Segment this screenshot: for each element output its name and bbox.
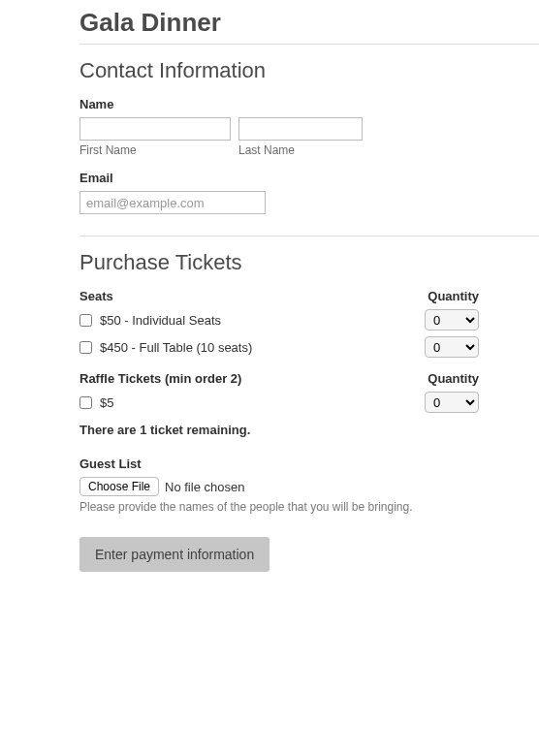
seat-row: $450 - Full Table (10 seats) 0 — [79, 336, 479, 358]
tickets-remaining: There are 1 ticket remaining. — [79, 423, 539, 437]
raffle-row: $5 0 — [79, 392, 479, 413]
file-status: No file chosen — [165, 480, 244, 494]
name-label: Name — [79, 97, 539, 111]
seat-qty-0[interactable]: 0 — [425, 309, 479, 331]
last-name-input[interactable] — [238, 117, 363, 141]
seat-checkbox-0[interactable] — [79, 314, 92, 327]
quantity-label: Quantity — [428, 371, 479, 386]
email-label: Email — [79, 171, 539, 185]
raffle-qty-0[interactable]: 0 — [425, 392, 479, 413]
seat-label-0: $50 - Individual Seats — [100, 313, 221, 328]
raffle-checkbox-0[interactable] — [79, 396, 92, 409]
enter-payment-button[interactable]: Enter payment information — [79, 537, 270, 572]
seats-label: Seats — [79, 289, 113, 303]
seat-label-1: $450 - Full Table (10 seats) — [100, 340, 252, 355]
seat-qty-1[interactable]: 0 — [425, 336, 479, 358]
seat-row: $50 - Individual Seats 0 — [79, 309, 479, 331]
guest-list-label: Guest List — [79, 457, 539, 471]
guest-help-text: Please provide the names of the people t… — [79, 500, 539, 514]
quantity-label: Quantity — [428, 289, 479, 303]
choose-file-button[interactable]: Choose File — [79, 477, 159, 496]
first-name-sublabel: First Name — [79, 143, 231, 157]
contact-heading: Contact Information — [79, 58, 539, 83]
tickets-heading: Purchase Tickets — [79, 250, 539, 275]
raffle-label: Raffle Tickets (min order 2) — [79, 371, 241, 386]
first-name-input[interactable] — [79, 117, 231, 141]
last-name-sublabel: Last Name — [238, 143, 363, 157]
seat-checkbox-1[interactable] — [79, 341, 92, 354]
raffle-label-0: $5 — [100, 395, 113, 410]
divider — [79, 236, 539, 236]
email-input[interactable] — [79, 191, 266, 214]
page-title: Gala Dinner — [79, 8, 539, 38]
divider — [79, 44, 539, 45]
